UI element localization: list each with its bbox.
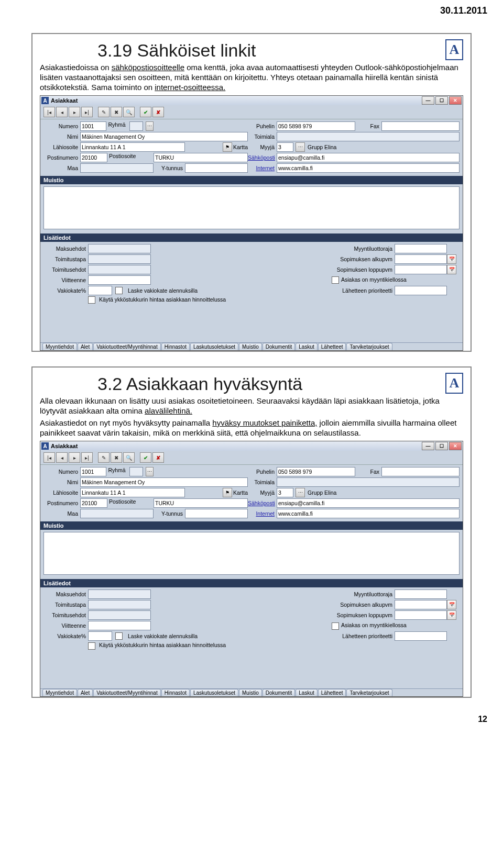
tab-alet[interactable]: Alet bbox=[78, 343, 93, 350]
tab-vakiotuotteet[interactable]: Vakiotuotteet/Myyntihinnat bbox=[93, 689, 161, 696]
ykkostukku-checkbox[interactable] bbox=[88, 296, 95, 304]
muistio-textarea[interactable] bbox=[43, 186, 460, 229]
viitteenne-input[interactable] bbox=[88, 275, 151, 285]
toimitusehdot-input[interactable] bbox=[88, 265, 151, 274]
nav-next-button[interactable]: ▸ bbox=[69, 452, 80, 463]
nav-last-button[interactable]: ▸| bbox=[81, 107, 93, 117]
calendar-icon[interactable]: 📅 bbox=[447, 600, 456, 609]
tab-lahetteet[interactable]: Lähetteet bbox=[318, 689, 346, 696]
nav-next-button[interactable]: ▸ bbox=[69, 107, 80, 117]
ryhma-input[interactable] bbox=[129, 467, 144, 476]
tab-vakiotuotteet[interactable]: Vakiotuotteet/Myyntihinnat bbox=[93, 343, 161, 350]
internet-input[interactable]: www.camilla.fi bbox=[277, 163, 460, 173]
myyntikielto-checkbox[interactable] bbox=[332, 276, 339, 284]
lahiosoite-input[interactable]: Linnankatu 11 A 1 bbox=[80, 142, 185, 152]
delete-button[interactable]: ✖ bbox=[111, 107, 122, 117]
numero-input[interactable]: 1001 bbox=[80, 467, 106, 476]
internet-link[interactable]: Internet bbox=[248, 510, 277, 517]
cancel-button[interactable]: ✘ bbox=[152, 107, 164, 117]
toimitustapa-input[interactable] bbox=[88, 600, 151, 609]
calendar-icon[interactable]: 📅 bbox=[447, 254, 456, 264]
ryhma-lookup-button[interactable]: ⋯ bbox=[146, 467, 154, 476]
new-button[interactable]: ✎ bbox=[98, 107, 110, 117]
sop-alku-input[interactable] bbox=[395, 600, 447, 609]
tab-myyntiehdot[interactable]: Myyntiehdot bbox=[42, 343, 77, 350]
myyja-lookup-button[interactable]: ⋯ bbox=[296, 142, 305, 152]
tab-tarviketarjoukset[interactable]: Tarviketarjoukset bbox=[346, 343, 392, 350]
postinumero-input[interactable]: 20100 bbox=[80, 153, 107, 162]
new-button[interactable]: ✎ bbox=[98, 452, 110, 463]
ytunnus-input[interactable] bbox=[185, 163, 248, 173]
puhelin-input[interactable]: 050 5898 979 bbox=[277, 467, 355, 476]
postinumero-input[interactable]: 20100 bbox=[80, 498, 107, 508]
tab-tarviketarjoukset[interactable]: Tarviketarjoukset bbox=[346, 689, 392, 696]
sahkoposti-link[interactable]: Sähköposti bbox=[248, 500, 277, 506]
maa-input[interactable] bbox=[80, 163, 154, 173]
tab-laskutusoletukset[interactable]: Laskutusoletukset bbox=[190, 343, 238, 350]
cancel-button[interactable]: ✘ bbox=[152, 452, 164, 463]
fax-input[interactable] bbox=[381, 121, 460, 131]
tab-hinnastot[interactable]: Hinnastot bbox=[161, 343, 190, 350]
laske-vakio-checkbox[interactable] bbox=[115, 632, 123, 640]
nav-first-button[interactable]: |◂ bbox=[43, 452, 55, 463]
close-button[interactable]: ✕ bbox=[449, 96, 462, 105]
tab-lahetteet[interactable]: Lähetteet bbox=[318, 343, 346, 350]
vakiokate-input[interactable] bbox=[88, 631, 112, 641]
tab-alet[interactable]: Alet bbox=[78, 689, 93, 696]
calendar-icon[interactable]: 📅 bbox=[447, 265, 456, 274]
myyja-input[interactable]: 3 bbox=[277, 142, 293, 152]
tab-muistio[interactable]: Muistio bbox=[239, 343, 262, 350]
laske-vakio-checkbox[interactable] bbox=[115, 287, 123, 294]
internet-input[interactable]: www.camilla.fi bbox=[277, 509, 460, 518]
puhelin-input[interactable]: 050 5898 979 bbox=[277, 121, 355, 131]
postiosoite-input[interactable]: TURKU bbox=[154, 153, 248, 162]
ryhma-input[interactable] bbox=[129, 121, 144, 131]
maximize-button[interactable]: ☐ bbox=[435, 442, 448, 450]
myyntiluotto-input[interactable] bbox=[395, 589, 447, 599]
tab-muistio[interactable]: Muistio bbox=[239, 689, 262, 696]
lahetteen-input[interactable] bbox=[395, 286, 447, 295]
nimi-input[interactable]: Mäkinen Management Oy bbox=[80, 477, 248, 487]
internet-link[interactable]: Internet bbox=[248, 165, 277, 171]
sop-alku-input[interactable] bbox=[395, 254, 447, 264]
kartta-button[interactable]: ⚑ bbox=[223, 142, 232, 152]
tab-laskutusoletukset[interactable]: Laskutusoletukset bbox=[190, 689, 238, 696]
minimize-button[interactable]: — bbox=[422, 442, 434, 450]
nav-prev-button[interactable]: ◂ bbox=[56, 452, 68, 463]
sop-loppu-input[interactable] bbox=[395, 610, 447, 620]
minimize-button[interactable]: — bbox=[422, 96, 434, 105]
tab-laskut[interactable]: Laskut bbox=[296, 689, 317, 696]
delete-button[interactable]: ✖ bbox=[111, 452, 122, 463]
maksuehdot-input[interactable] bbox=[88, 589, 151, 599]
maa-input[interactable] bbox=[80, 509, 154, 518]
toimitusehdot-input[interactable] bbox=[88, 610, 151, 620]
lahiosoite-input[interactable]: Linnankatu 11 A 1 bbox=[80, 488, 185, 497]
sahkoposti-input[interactable]: ensiapu@camilla.fi bbox=[277, 153, 460, 162]
fax-input[interactable] bbox=[381, 467, 460, 476]
viitteenne-input[interactable] bbox=[88, 621, 151, 630]
kartta-button[interactable]: ⚑ bbox=[223, 488, 232, 497]
tab-myyntiehdot[interactable]: Myyntiehdot bbox=[42, 689, 77, 696]
lahetteen-input[interactable] bbox=[395, 631, 447, 641]
ytunnus-input[interactable] bbox=[185, 509, 248, 518]
toimitustapa-input[interactable] bbox=[88, 254, 151, 264]
muistio-textarea[interactable] bbox=[43, 532, 460, 575]
search-button[interactable]: 🔍 bbox=[123, 452, 135, 463]
postiosoite-input[interactable]: TURKU bbox=[154, 498, 248, 508]
nav-first-button[interactable]: |◂ bbox=[43, 107, 55, 117]
maximize-button[interactable]: ☐ bbox=[435, 96, 448, 105]
ykkostukku-checkbox[interactable] bbox=[88, 642, 95, 650]
maksuehdot-input[interactable] bbox=[88, 244, 151, 253]
myyntiluotto-input[interactable] bbox=[395, 244, 447, 253]
nav-last-button[interactable]: ▸| bbox=[81, 452, 93, 463]
calendar-icon[interactable]: 📅 bbox=[447, 610, 456, 620]
toimiala-input[interactable] bbox=[277, 132, 460, 141]
myyja-lookup-button[interactable]: ⋯ bbox=[296, 488, 305, 497]
nimi-input[interactable]: Mäkinen Management Oy bbox=[80, 132, 248, 141]
ryhma-lookup-button[interactable]: ⋯ bbox=[146, 121, 154, 131]
accept-button[interactable]: ✔ bbox=[140, 452, 151, 463]
sahkoposti-link[interactable]: Sähköposti bbox=[248, 154, 277, 161]
accept-button[interactable]: ✔ bbox=[140, 107, 151, 117]
tab-hinnastot[interactable]: Hinnastot bbox=[161, 689, 190, 696]
search-button[interactable]: 🔍 bbox=[123, 107, 135, 117]
